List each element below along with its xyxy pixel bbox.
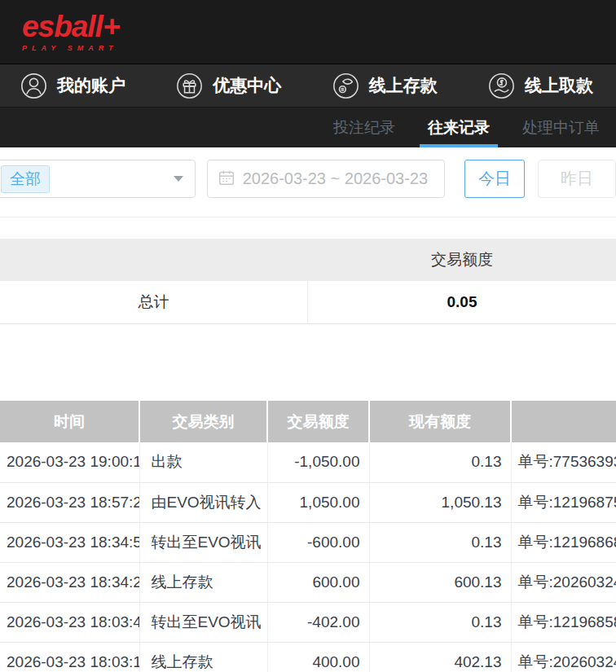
- cell-balance: 1,050.13: [369, 482, 511, 522]
- cell-time: 2026-03-23 18:34:21: [0, 562, 139, 602]
- category-selected-chip[interactable]: 全部: [1, 165, 50, 193]
- chevron-down-icon: [174, 176, 183, 182]
- table-row: 2026-03-23 18:34:21 线上存款 600.00 600.13 单…: [0, 562, 616, 602]
- brand-logo[interactable]: esball+ PLAY SMART: [22, 12, 120, 52]
- nav-item-online-withdraw[interactable]: 线上取款: [488, 72, 593, 99]
- summary-total-value: 0.05: [308, 281, 616, 323]
- cell-type: 线上存款: [139, 562, 267, 602]
- cell-order: 单号:121968684: [511, 522, 616, 562]
- summary-table: 交易额度 总计 0.05: [0, 239, 616, 324]
- summary-total-row: 总计 0.05: [0, 281, 616, 324]
- today-button[interactable]: 今日: [464, 160, 525, 198]
- cell-order: 单号:775363938: [511, 442, 616, 482]
- cell-order: 单号:202603244: [511, 562, 616, 602]
- cell-amount: 600.00: [267, 562, 369, 602]
- nav-item-promo-center[interactable]: 优惠中心: [176, 72, 281, 99]
- top-header: esball+ PLAY SMART: [0, 0, 616, 64]
- yesterday-button[interactable]: 昨日: [538, 160, 616, 198]
- cell-type: 线上存款: [139, 642, 267, 672]
- records-table-wrap: 时间 交易类别 交易额度 现有额度 2026-03-23 19:00:19 出款…: [0, 401, 616, 672]
- cell-amount: -600.00: [267, 522, 369, 562]
- record-tabs: 投注纪录 往来记录 处理中订单: [0, 107, 616, 147]
- cell-amount: 1,050.00: [267, 482, 369, 522]
- cell-amount: 400.00: [267, 642, 369, 672]
- records-header-row: 时间 交易类别 交易额度 现有额度: [0, 401, 616, 442]
- cell-time: 2026-03-23 18:57:22: [0, 482, 139, 522]
- cell-type: 转出至EVO视讯: [139, 522, 267, 562]
- cell-balance: 402.13: [369, 642, 511, 672]
- col-header-amount: 交易额度: [267, 401, 369, 442]
- logo-tagline: PLAY SMART: [22, 44, 120, 52]
- col-header-time: 时间: [0, 401, 139, 442]
- nav-label: 线上存款: [369, 74, 438, 97]
- cell-time: 2026-03-23 19:00:19: [0, 442, 139, 482]
- cell-time: 2026-03-23 18:03:12: [0, 642, 139, 672]
- date-range-input[interactable]: 2026-03-23 ~ 2026-03-23: [207, 160, 445, 198]
- table-row: 2026-03-23 18:57:22 由EVO视讯转入 1,050.00 1,…: [0, 482, 616, 522]
- user-icon: [20, 72, 47, 99]
- date-range-value: 2026-03-23 ~ 2026-03-23: [243, 169, 428, 188]
- table-row: 2026-03-23 18:03:41 转出至EVO视讯 -402.00 0.1…: [0, 602, 616, 642]
- cell-balance: 0.13: [369, 522, 511, 562]
- tab-transaction-records[interactable]: 往来记录: [418, 108, 499, 147]
- nav-item-my-account[interactable]: 我的账户: [20, 72, 125, 99]
- cell-type: 出款: [139, 442, 267, 482]
- gift-icon: [176, 72, 203, 99]
- col-header-order: [511, 401, 616, 442]
- nav-label: 我的账户: [57, 74, 125, 97]
- filter-bar: 全部 2026-03-23 ~ 2026-03-23 今日 昨日: [0, 147, 616, 217]
- cell-type: 由EVO视讯转入: [139, 482, 267, 522]
- tab-bet-records[interactable]: 投注纪录: [323, 108, 405, 147]
- cell-amount: -402.00: [267, 602, 369, 642]
- calendar-icon: [218, 169, 235, 190]
- cell-type: 转出至EVO视讯: [139, 602, 267, 642]
- col-header-balance: 现有额度: [369, 401, 511, 442]
- table-row: 2026-03-23 18:03:12 线上存款 400.00 402.13 单…: [0, 642, 616, 672]
- records-table: 时间 交易类别 交易额度 现有额度 2026-03-23 19:00:19 出款…: [0, 401, 616, 672]
- cell-order: 单号:121968584: [511, 602, 616, 642]
- cell-order: 单号:202603244: [511, 642, 616, 672]
- summary-header-amount: 交易额度: [308, 239, 616, 281]
- cell-order: 单号:121968753: [511, 482, 616, 522]
- summary-total-label: 总计: [0, 281, 308, 323]
- summary-header-row: 交易额度: [0, 239, 616, 281]
- table-row: 2026-03-23 18:34:56 转出至EVO视讯 -600.00 0.1…: [0, 522, 616, 562]
- cell-time: 2026-03-23 18:03:41: [0, 602, 139, 642]
- main-nav: 我的账户 优惠中心 线上存款 线上取款: [0, 64, 616, 107]
- tab-processing-orders[interactable]: 处理中订单: [513, 108, 609, 147]
- nav-item-online-deposit[interactable]: 线上存款: [332, 72, 438, 99]
- withdraw-icon: [488, 72, 515, 99]
- summary-header-empty: [0, 239, 308, 281]
- table-row: 2026-03-23 19:00:19 出款 -1,050.00 0.13 单号…: [0, 442, 616, 482]
- cell-balance: 0.13: [369, 442, 511, 482]
- cell-balance: 0.13: [369, 602, 511, 642]
- category-select[interactable]: 全部: [0, 160, 196, 198]
- cell-amount: -1,050.00: [267, 442, 369, 482]
- col-header-type: 交易类别: [139, 401, 267, 442]
- cell-balance: 600.13: [369, 562, 511, 602]
- cell-time: 2026-03-23 18:34:56: [0, 522, 139, 562]
- nav-label: 优惠中心: [213, 74, 281, 97]
- nav-label: 线上取款: [525, 74, 593, 97]
- logo-text: esball+: [22, 12, 120, 42]
- deposit-icon: [332, 72, 359, 99]
